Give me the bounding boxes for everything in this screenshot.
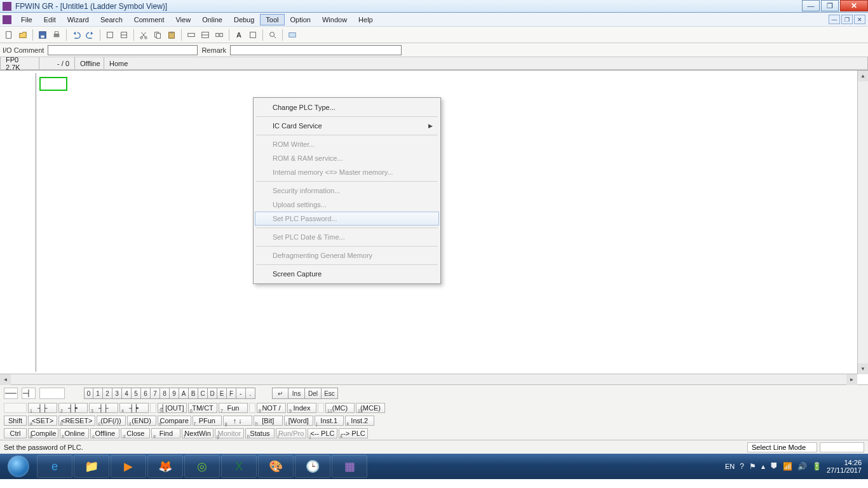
menu-wizard[interactable]: Wizard — [62, 14, 95, 25]
key-3[interactable]: 3 — [112, 388, 122, 399]
menu-option[interactable]: Option — [285, 14, 316, 25]
mdi-close-button[interactable]: ✕ — [854, 15, 865, 24]
tool-j-button[interactable] — [213, 29, 226, 41]
symbol-blank[interactable] — [39, 388, 65, 399]
fkey-runpro[interactable]: Run/Proi — [276, 428, 306, 438]
volume-tray-icon[interactable]: 🔊 — [797, 462, 807, 471]
remark-input[interactable] — [230, 45, 402, 55]
f12-mce[interactable]: (MCE)12 — [356, 403, 385, 413]
menu-screen-capture[interactable]: Screen Capture — [255, 267, 439, 281]
menu-rom-ram-service[interactable]: ROM & RAM service... — [255, 151, 439, 165]
key-b[interactable]: B — [189, 388, 198, 399]
key-0[interactable]: 0 — [84, 388, 93, 399]
undo-button[interactable] — [70, 29, 83, 41]
fkey-pfun[interactable]: PFunf — [193, 416, 222, 426]
fkey-monitor[interactable]: Monitorg — [215, 428, 244, 438]
menu-upload-settings[interactable]: Upload settings... — [255, 198, 439, 212]
fkey-inst1[interactable]: Inst.1j — [315, 416, 344, 426]
menu-help[interactable]: Help — [353, 14, 379, 25]
text-button[interactable]: A — [233, 29, 245, 41]
f4-contact[interactable]: ┤┝4 — [119, 403, 149, 413]
menu-set-plc-date-time[interactable]: Set PLC Date & Time... — [255, 230, 439, 244]
fkey-bit[interactable]: [Bit]h — [254, 416, 283, 426]
fkey-end[interactable]: (END)d — [127, 416, 156, 426]
io-comment-input[interactable] — [48, 45, 198, 55]
taskbar-excel[interactable]: X — [221, 455, 257, 478]
key-d[interactable]: D — [208, 388, 217, 399]
menu-debug[interactable]: Debug — [228, 14, 260, 25]
f1-contact-no[interactable]: ┤├1 — [28, 403, 57, 413]
tool-i-button[interactable] — [199, 29, 212, 41]
fkey-set[interactable]: <SET>a — [28, 416, 57, 426]
key-2[interactable]: 2 — [103, 388, 112, 399]
menu-defragmenting-memory[interactable]: Defragmenting General Memory — [255, 248, 439, 262]
tool-d-button[interactable] — [104, 29, 116, 41]
key-c[interactable]: C — [198, 388, 208, 399]
key-1[interactable]: 1 — [93, 388, 103, 399]
menu-rom-writer[interactable]: ROM Writer... — [255, 137, 439, 151]
fkey-from-plc[interactable]: <-- PLCj — [308, 428, 337, 438]
key-ins[interactable]: Ins — [288, 388, 305, 399]
copy-button[interactable] — [151, 29, 164, 41]
taskbar-app1[interactable]: ◎ — [184, 455, 220, 478]
mdi-restore-button[interactable]: ❐ — [841, 15, 853, 24]
fkey-close[interactable]: Closed — [121, 428, 150, 438]
key-9[interactable]: 9 — [170, 388, 179, 399]
taskbar-ie[interactable]: e — [37, 455, 72, 478]
fkey-compare[interactable]: Comparee — [158, 416, 191, 426]
fkey-reset[interactable]: <RESET>b — [58, 416, 95, 426]
key-8[interactable]: 8 — [160, 388, 170, 399]
taskbar-explorer[interactable]: 📁 — [74, 455, 109, 478]
fkey-word[interactable]: [Word]i — [284, 416, 313, 426]
symbol-branch[interactable] — [22, 388, 36, 399]
f2-contact-nc[interactable]: ┤┝2 — [58, 403, 88, 413]
tray-up-icon[interactable]: ▴ — [761, 462, 765, 471]
find-button[interactable] — [266, 29, 279, 41]
flag-tray-icon[interactable]: ⚑ — [749, 462, 756, 471]
key-f[interactable]: F — [227, 388, 236, 399]
menu-online[interactable]: Online — [196, 14, 228, 25]
key-dot[interactable]: . — [246, 388, 255, 399]
key-minus[interactable]: - — [236, 388, 246, 399]
scroll-down-button[interactable]: ▼ — [858, 363, 868, 374]
f11-mc[interactable]: (MC)11 — [325, 403, 355, 413]
maximize-button[interactable]: ❐ — [821, 0, 839, 11]
menu-view[interactable]: View — [170, 14, 196, 25]
menu-comment[interactable]: Comment — [128, 14, 170, 25]
tool-h-button[interactable] — [185, 29, 198, 41]
new-button[interactable] — [3, 29, 15, 41]
menu-ic-card-service[interactable]: IC Card Service▶ — [255, 119, 439, 133]
ctrl-key[interactable]: Ctrl — [4, 428, 27, 438]
shift-key[interactable]: Shift — [4, 416, 27, 426]
key-6[interactable]: 6 — [141, 388, 151, 399]
fkey-inst2[interactable]: Inst.2k — [345, 416, 374, 426]
help-tray-icon[interactable]: ? — [740, 462, 744, 471]
paste-button[interactable] — [165, 29, 178, 41]
menu-file[interactable]: File — [15, 14, 38, 25]
tool-e-button[interactable] — [118, 29, 130, 41]
f3-contact[interactable]: ┤├3 — [89, 403, 118, 413]
vertical-scrollbar[interactable]: ▲ ▼ — [857, 71, 868, 374]
taskbar-firefox[interactable]: 🦊 — [147, 455, 183, 478]
fkey-status[interactable]: Statush — [245, 428, 275, 438]
symbol-line[interactable] — [4, 388, 18, 399]
tool-l-button[interactable] — [247, 29, 259, 41]
key-a[interactable]: A — [179, 388, 189, 399]
battery-tray-icon[interactable]: 🔋 — [812, 462, 822, 471]
fkey-arrows[interactable]: ↑ ↓g — [223, 416, 252, 426]
fkey-online[interactable]: Onlineb — [60, 428, 89, 438]
network-tray-icon[interactable]: 📶 — [783, 462, 792, 471]
mdi-minimize-button[interactable]: — — [829, 15, 840, 24]
key-5[interactable]: 5 — [132, 388, 141, 399]
cut-button[interactable] — [137, 29, 150, 41]
redo-button[interactable] — [84, 29, 97, 41]
fkey-to-plc[interactable]: --> PLCk — [339, 428, 368, 438]
shield-tray-icon[interactable]: ⛊ — [770, 462, 778, 471]
fkey-find[interactable]: Finde — [151, 428, 180, 438]
f5-out[interactable]: ┤[OUT]5 — [158, 403, 187, 413]
menu-security-information[interactable]: Security information... — [255, 184, 439, 198]
print-button[interactable] — [50, 29, 63, 41]
menu-internal-memory-master[interactable]: Internal memory <=> Master memory... — [255, 165, 439, 179]
key-del[interactable]: Del — [305, 388, 322, 399]
taskbar-app2[interactable]: 🕒 — [295, 455, 330, 478]
